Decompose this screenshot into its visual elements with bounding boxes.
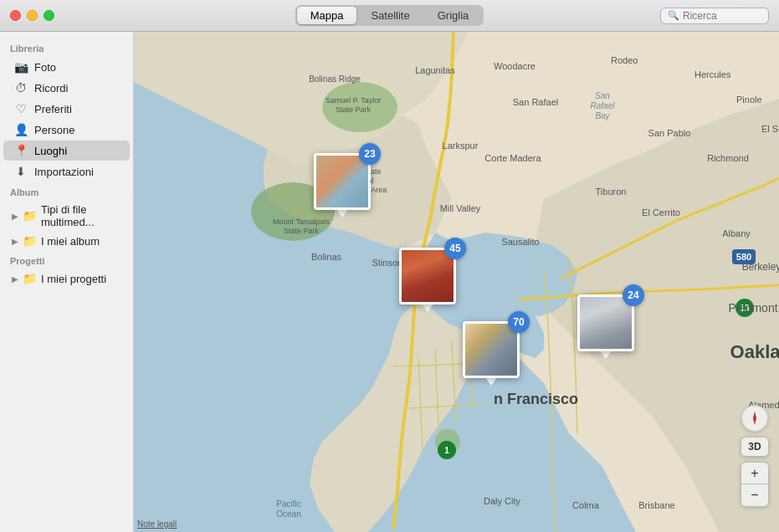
traffic-lights: [10, 10, 54, 21]
svg-text:Pinole: Pinole: [736, 95, 762, 105]
sidebar-item-importazioni[interactable]: ⬇ Importazioni: [3, 161, 130, 182]
sidebar-item-label: Tipi di file multimed...: [41, 203, 123, 228]
view-tabs: Mappa Satellite Griglia: [295, 5, 484, 26]
importazioni-icon: ⬇: [13, 165, 28, 178]
svg-text:Richmond: Richmond: [707, 153, 749, 163]
tab-griglia[interactable]: Griglia: [424, 7, 483, 24]
sidebar-item-preferiti[interactable]: ♡ Preferiti: [3, 99, 130, 119]
album-section-label: Album: [0, 182, 133, 200]
libreria-section-label: Libreria: [0, 38, 133, 56]
minimize-button[interactable]: [27, 10, 38, 21]
sidebar-item-label: Foto: [34, 61, 56, 74]
count-badge-2: 45: [444, 238, 466, 259]
svg-text:Pacific: Pacific: [276, 499, 300, 509]
sidebar-item-miei-progetti[interactable]: ▶ 📁 I miei progetti: [3, 269, 130, 288]
svg-text:Mill Valley: Mill Valley: [440, 203, 481, 213]
marker-triangle-3: [485, 377, 497, 386]
progetti-section-label: Progetti: [0, 251, 133, 269]
count-badge-4: 24: [623, 284, 644, 306]
photo-marker-2[interactable]: 45: [399, 248, 456, 312]
svg-text:580: 580: [736, 252, 751, 262]
search-input[interactable]: [683, 10, 761, 22]
sidebar-item-tipi-file[interactable]: ▶ 📁 Tipi di file multimed...: [3, 201, 130, 231]
arrow-icon: ▶: [12, 212, 18, 221]
svg-text:El Sobrante: El Sobrante: [761, 124, 779, 134]
svg-text:El Cerrito: El Cerrito: [642, 207, 680, 217]
svg-text:San Pablo: San Pablo: [648, 128, 691, 138]
svg-text:Sausalito: Sausalito: [501, 237, 539, 247]
map-area[interactable]: Bolinas Ridge Samuel P. Taylor State Par…: [134, 32, 779, 532]
zoom-controls: + −: [741, 462, 769, 507]
sidebar-item-label: Persone: [34, 124, 74, 136]
svg-text:San Rafael: San Rafael: [513, 97, 558, 107]
count-badge-3: 70: [508, 311, 530, 333]
svg-text:Albany: Albany: [722, 228, 751, 238]
svg-text:Corte Madera: Corte Madera: [484, 153, 541, 163]
sidebar-item-label: Preferiti: [34, 103, 72, 115]
photo-marker-1[interactable]: 23: [314, 153, 371, 217]
zoom-out-button[interactable]: −: [741, 484, 768, 506]
svg-text:Bolinas: Bolinas: [311, 252, 342, 262]
marker-triangle-4: [600, 350, 612, 359]
svg-text:Bolinas Ridge: Bolinas Ridge: [309, 74, 361, 84]
folder-icon: 📁: [23, 209, 37, 223]
maximize-button[interactable]: [44, 10, 54, 21]
svg-text:State Park: State Park: [284, 227, 320, 235]
svg-text:Samuel P. Taylor: Samuel P. Taylor: [325, 96, 382, 105]
svg-text:Tiburon: Tiburon: [596, 187, 627, 197]
sidebar-item-luoghi[interactable]: 📍 Luoghi: [3, 141, 130, 161]
svg-text:Piedmont: Piedmont: [728, 301, 777, 315]
compass-button[interactable]: [741, 405, 768, 432]
svg-text:1: 1: [444, 446, 449, 455]
sidebar-item-miei-album[interactable]: ▶ 📁 I miei album: [3, 232, 130, 250]
map-controls: 3D + −: [741, 405, 769, 507]
svg-text:Oakland: Oakland: [730, 341, 779, 362]
sidebar-item-label: I miei album: [41, 235, 100, 248]
sidebar-item-label: Luoghi: [34, 145, 67, 157]
svg-marker-50: [753, 412, 756, 425]
map-svg: Bolinas Ridge Samuel P. Taylor State Par…: [134, 32, 779, 532]
svg-text:State Park: State Park: [336, 105, 372, 114]
3d-button[interactable]: 3D: [741, 437, 768, 457]
sidebar-item-foto[interactable]: 📷 Foto: [3, 57, 130, 77]
svg-text:Brisbane: Brisbane: [638, 500, 674, 510]
sidebar-item-label: I miei progetti: [41, 273, 106, 285]
main-content: Libreria 📷 Foto ⏱ Ricordi ♡ Preferiti 👤 …: [0, 32, 779, 532]
luoghi-icon: 📍: [13, 144, 28, 157]
ricordi-icon: ⏱: [13, 81, 28, 95]
legal-note[interactable]: Note legali: [137, 519, 177, 529]
svg-text:Rodeo: Rodeo: [611, 55, 638, 65]
titlebar: Mappa Satellite Griglia 🔍: [0, 0, 779, 32]
persone-icon: 👤: [13, 123, 28, 136]
search-icon: 🔍: [668, 10, 679, 21]
svg-text:Larkspur: Larkspur: [443, 141, 479, 151]
folder-icon: 📁: [23, 234, 37, 248]
photo-marker-3[interactable]: 70: [463, 321, 520, 386]
sidebar-item-ricordi[interactable]: ⏱ Ricordi: [3, 78, 130, 98]
svg-text:Bay: Bay: [595, 111, 610, 120]
svg-text:Mount Tamalpais: Mount Tamalpais: [273, 217, 330, 226]
svg-text:Hercules: Hercules: [694, 69, 731, 79]
sidebar-item-label: Importazioni: [34, 166, 94, 178]
svg-text:Lagunitas: Lagunitas: [415, 65, 455, 75]
tab-mappa[interactable]: Mappa: [297, 7, 357, 24]
sidebar: Libreria 📷 Foto ⏱ Ricordi ♡ Preferiti 👤 …: [0, 32, 134, 532]
svg-text:Woodacre: Woodacre: [494, 61, 536, 71]
search-box[interactable]: 🔍: [660, 8, 769, 24]
zoom-in-button[interactable]: +: [741, 463, 768, 484]
svg-text:Ocean: Ocean: [276, 509, 300, 519]
close-button[interactable]: [10, 10, 21, 21]
svg-text:Colma: Colma: [572, 500, 600, 510]
foto-icon: 📷: [13, 60, 28, 74]
folder-icon: 📁: [23, 272, 37, 285]
marker-triangle-1: [336, 209, 348, 217]
svg-text:Rafael: Rafael: [591, 101, 616, 110]
sidebar-item-persone[interactable]: 👤 Persone: [3, 120, 130, 140]
tab-satellite[interactable]: Satellite: [357, 7, 423, 24]
preferiti-icon: ♡: [13, 102, 28, 115]
sidebar-item-label: Ricordi: [34, 82, 68, 95]
svg-text:San: San: [595, 91, 610, 100]
arrow-icon: ▶: [12, 274, 18, 284]
photo-marker-4[interactable]: 24: [577, 294, 634, 359]
marker-triangle-2: [422, 304, 433, 312]
